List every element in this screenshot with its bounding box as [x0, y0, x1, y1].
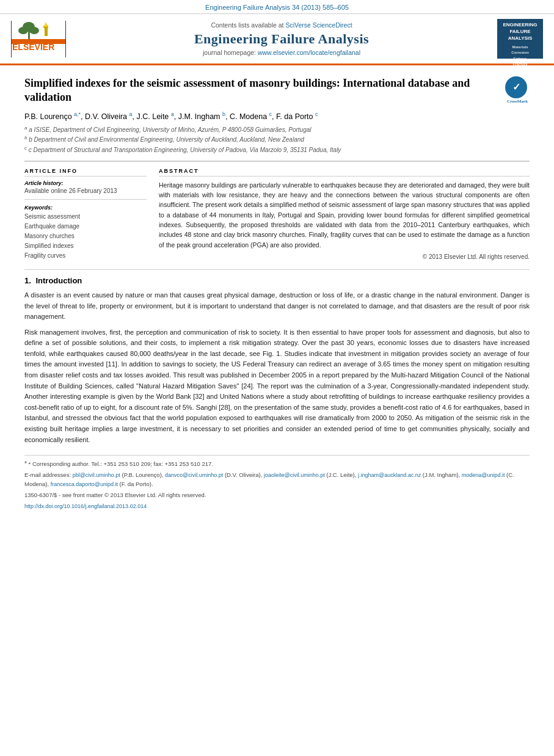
email-footnote: E-mail addresses: pbl@civil.uminho.pt (P… [24, 471, 530, 489]
sciverse-link[interactable]: SciVerse ScienceDirect [285, 21, 352, 29]
crossmark-badge: ✓ CrossMark [505, 76, 530, 101]
kw-0: Seismic assessment [24, 212, 147, 222]
affiliations: a a ISISE, Department of Civil Engineeri… [24, 125, 530, 154]
article-info-abstract-row: ARTICLE INFO Article history: Available … [24, 168, 530, 261]
email-pbl[interactable]: pbl@civil.uminho.pt [73, 472, 120, 478]
email-ingham[interactable]: j.ingham@auckland.ac.nz [358, 472, 421, 478]
keywords-label: Keywords: [24, 205, 147, 211]
available-online: Available online 26 February 2013 [24, 187, 147, 194]
copyright-text: © 2013 Elsevier Ltd. All rights reserved… [159, 253, 530, 260]
kw-4: Fragility curves [24, 251, 147, 261]
svg-marker-8 [44, 22, 48, 27]
body-divider [24, 269, 530, 270]
doi-link[interactable]: http://dx.doi.org/10.1016/j.engfailanal.… [24, 503, 147, 509]
kw-3: Simplified indexes [24, 241, 147, 251]
article-history-label: Article history: [24, 180, 147, 186]
journal-title-text: Engineering Failure Analysis [66, 31, 497, 47]
paper-title: Simplified indexes for the seismic asses… [24, 76, 530, 105]
abstract-text: Heritage masonry buildings are particula… [159, 180, 530, 250]
crossmark-icon: ✓ [505, 76, 527, 98]
email-joaoleite[interactable]: joaoleite@civil.uminho.pt [264, 472, 325, 478]
footnote-area: * * Corresponding author. Tel.: +351 253… [24, 455, 530, 511]
svg-rect-9 [11, 21, 12, 57]
journal-logo-box: ENGINEERING FAILURE ANALYSIS MaterialsCo… [497, 19, 543, 59]
email-daporto[interactable]: francesca.daporto@unipd.it [51, 481, 118, 487]
citation-text: Engineering Failure Analysis 34 (2013) 5… [205, 4, 349, 11]
svg-point-5 [29, 27, 39, 34]
article-info-col: ARTICLE INFO Article history: Available … [24, 168, 147, 261]
keywords-list: Seismic assessment Earthquake damage Mas… [24, 212, 147, 261]
section1-para1: A disaster is an event caused by nature … [24, 290, 530, 322]
issn-footnote: 1350-6307/$ - see front matter © 2013 El… [24, 491, 530, 500]
article-info-title: ARTICLE INFO [24, 168, 147, 176]
section1-heading: 1. Introduction [24, 276, 530, 285]
abstract-title: ABSTRACT [159, 168, 530, 176]
abstract-col: ABSTRACT Heritage masonry buildings are … [159, 168, 530, 261]
email-modena[interactable]: modena@unipd.it [462, 472, 505, 478]
journal-header: ELSEVIER Contents lists available at Sci… [0, 14, 554, 65]
corresponding-footnote: * * Corresponding author. Tel.: +351 253… [24, 459, 530, 469]
doi-footnote: http://dx.doi.org/10.1016/j.engfailanal.… [24, 502, 530, 511]
kw-1: Earthquake damage [24, 222, 147, 231]
contents-line: Contents lists available at SciVerse Sci… [66, 21, 497, 29]
affil-a: a a ISISE, Department of Civil Engineeri… [24, 125, 530, 134]
svg-text:ELSEVIER: ELSEVIER [12, 42, 54, 52]
journal-center: Contents lists available at SciVerse Sci… [66, 21, 497, 56]
kw-2: Masonry churches [24, 231, 147, 241]
journal-homepage: journal homepage: www.elsevier.com/locat… [66, 49, 497, 56]
affil-b: b b Department of Civil and Environmenta… [24, 134, 530, 144]
affil-c: c c Department of Structural and Transpo… [24, 145, 530, 154]
ai-divider [24, 199, 147, 200]
svg-point-4 [18, 27, 28, 34]
journal-citation: Engineering Failure Analysis 34 (2013) 5… [0, 0, 554, 14]
email-danvco[interactable]: danvco@civil.uminho.pt [165, 472, 223, 478]
main-content: Simplified indexes for the seismic asses… [0, 65, 554, 520]
header-divider [24, 161, 530, 162]
elsevier-logo: ELSEVIER [11, 21, 66, 57]
section1-para2: Risk management involves, first, the per… [24, 327, 530, 446]
authors-line: P.B. Lourenço a,*, D.V. Oliveira a, J.C.… [24, 111, 530, 121]
